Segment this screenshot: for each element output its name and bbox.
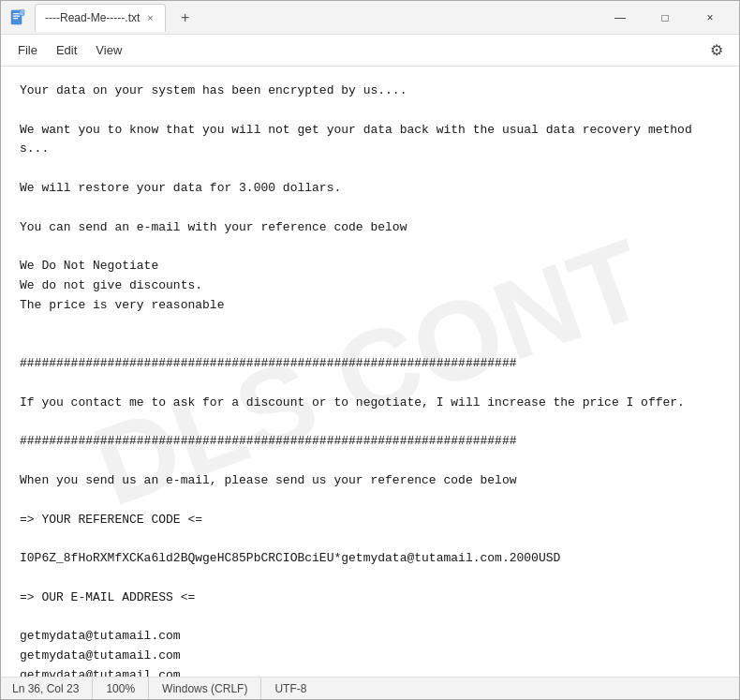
new-tab-button[interactable]: + [173, 6, 198, 30]
zoom-level: 100% [93, 678, 149, 699]
menu-view[interactable]: View [86, 39, 131, 61]
text-content-area[interactable]: DLS CONT Your data on your system has be… [1, 67, 739, 677]
tab-close-button[interactable]: × [145, 12, 155, 23]
menu-edit[interactable]: Edit [47, 39, 86, 61]
file-content: Your data on your system has been encryp… [20, 82, 720, 677]
encoding: UTF-8 [261, 678, 319, 699]
active-tab[interactable]: ----Read-Me-----.txt × [35, 4, 166, 32]
title-bar-controls: — □ × [599, 3, 732, 33]
cursor-position: Ln 36, Col 23 [12, 678, 93, 699]
maximize-button[interactable]: □ [644, 3, 687, 33]
menu-bar: File Edit View ⚙ [1, 35, 739, 67]
close-button[interactable]: × [688, 3, 732, 33]
title-bar: ----Read-Me-----.txt × + — □ × [1, 1, 739, 35]
status-bar: Ln 36, Col 23 100% Windows (CRLF) UTF-8 [1, 677, 739, 699]
tab-label: ----Read-Me-----.txt [45, 11, 140, 24]
svg-rect-1 [13, 13, 20, 14]
title-bar-left: ----Read-Me-----.txt × + [8, 4, 599, 32]
main-window: ----Read-Me-----.txt × + — □ × File Edit… [0, 0, 740, 700]
svg-rect-2 [13, 15, 20, 16]
menu-file[interactable]: File [8, 39, 47, 61]
line-ending: Windows (CRLF) [149, 678, 261, 699]
svg-rect-3 [13, 18, 18, 19]
app-icon [8, 8, 27, 27]
settings-icon[interactable]: ⚙ [702, 36, 732, 66]
menu-bar-right: ⚙ [702, 36, 732, 66]
minimize-button[interactable]: — [599, 3, 642, 33]
